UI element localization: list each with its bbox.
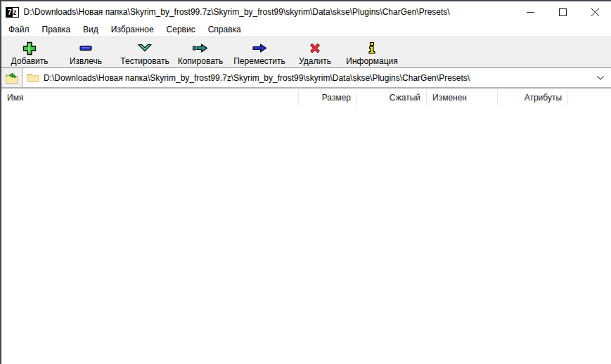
copy-icon xyxy=(191,41,210,56)
file-list-body[interactable] xyxy=(1,107,611,364)
minimize-button[interactable] xyxy=(514,1,546,22)
copy-button[interactable]: Копировать xyxy=(176,37,225,67)
column-header-modified[interactable]: Изменен xyxy=(427,90,498,105)
menu-tools[interactable]: Сервис xyxy=(160,23,202,37)
column-header-name[interactable]: Имя xyxy=(1,90,299,105)
test-button[interactable]: Тестировать xyxy=(114,37,176,67)
close-button[interactable] xyxy=(579,1,611,22)
delete-icon xyxy=(307,41,323,56)
address-path[interactable]: D:\Downloads\Новая папка\Skyrim_by_frost… xyxy=(44,73,590,83)
add-icon xyxy=(22,41,37,56)
info-button[interactable]: Информация xyxy=(336,37,408,67)
info-icon xyxy=(364,41,380,56)
menu-favorites[interactable]: Избранное xyxy=(105,23,160,37)
window-title: D:\Downloads\Новая папка\Skyrim_by_frost… xyxy=(24,7,514,17)
maximize-icon xyxy=(559,8,567,16)
window-controls xyxy=(514,1,611,22)
column-header-size[interactable]: Размер xyxy=(299,90,357,105)
menu-view[interactable]: Вид xyxy=(77,23,105,37)
address-bar: D:\Downloads\Новая папка\Skyrim_by_frost… xyxy=(1,68,611,89)
close-icon xyxy=(591,8,599,16)
title-bar: 7 z D:\Downloads\Новая папка\Skyrim_by_f… xyxy=(1,1,611,22)
address-combobox[interactable]: D:\Downloads\Новая папка\Skyrim_by_frost… xyxy=(22,68,611,87)
menu-bar: Файл Правка Вид Избранное Сервис Справка xyxy=(1,22,611,37)
chevron-down-icon[interactable] xyxy=(596,75,605,81)
move-icon xyxy=(250,41,269,56)
test-icon xyxy=(136,41,153,56)
column-header-packed[interactable]: Сжатый xyxy=(357,90,427,105)
menu-edit[interactable]: Правка xyxy=(36,23,77,37)
menu-help[interactable]: Справка xyxy=(202,23,247,37)
file-list-header: Имя Размер Сжатый Изменен Атрибуты xyxy=(1,89,611,107)
delete-button[interactable]: Удалить xyxy=(294,37,336,67)
add-button[interactable]: Добавить xyxy=(1,37,58,67)
toolbar: Добавить Извлечь Тестировать Копировать xyxy=(1,37,611,68)
up-one-level-button[interactable] xyxy=(1,68,22,87)
folder-icon xyxy=(27,73,39,82)
extract-icon xyxy=(78,41,94,56)
column-header-attributes[interactable]: Атрибуты xyxy=(498,90,568,105)
7zip-window: 7 z D:\Downloads\Новая папка\Skyrim_by_f… xyxy=(0,0,611,364)
maximize-button[interactable] xyxy=(546,1,579,22)
menu-file[interactable]: Файл xyxy=(2,23,36,37)
folder-up-icon xyxy=(5,72,18,84)
minimize-icon xyxy=(527,8,534,16)
move-button[interactable]: Переместить xyxy=(225,37,294,67)
app-7z-icon: 7 z xyxy=(6,7,19,18)
extract-button[interactable]: Извлечь xyxy=(58,37,114,67)
